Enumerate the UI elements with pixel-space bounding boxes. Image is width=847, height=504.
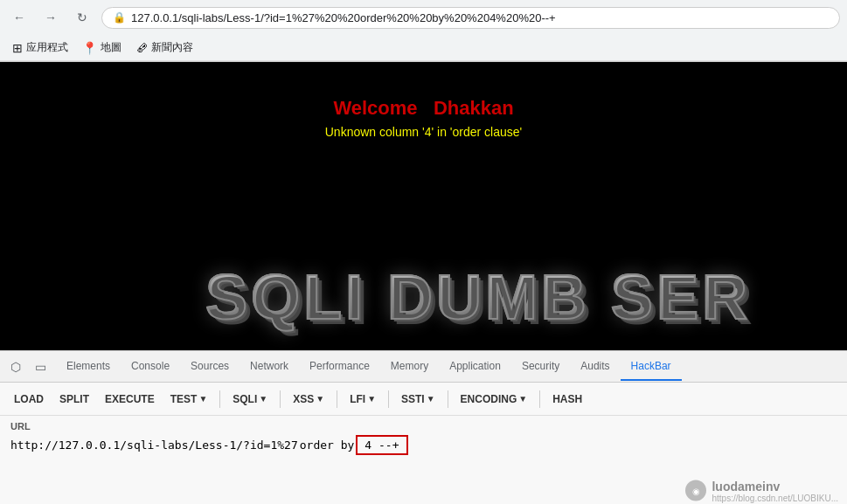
xss-dropdown-icon: ▼	[316, 394, 324, 404]
tab-hackbar[interactable]: HackBar	[621, 353, 682, 381]
apps-icon: ⊞	[12, 41, 23, 55]
encoding-dropdown-icon: ▼	[518, 394, 527, 404]
url-normal-text: http://127.0.0.1/sqli-labs/Less-1/?id=1%…	[10, 438, 298, 452]
hackbar-toolbar: LOAD SPLIT EXECUTE TEST ▼ SQLI ▼ XSS ▼ L…	[0, 383, 847, 416]
news-icon: 🗞	[135, 41, 148, 55]
sqli-dropdown-icon: ▼	[259, 394, 267, 404]
xss-button[interactable]: XSS ▼	[286, 390, 331, 409]
test-button[interactable]: TEST ▼	[163, 390, 215, 409]
back-button[interactable]: ←	[7, 5, 31, 30]
tab-memory[interactable]: Memory	[380, 353, 439, 381]
error-text: Unknown column '4' in 'order clause'	[325, 125, 522, 139]
inspect-icon[interactable]: ⬡	[3, 355, 28, 379]
separator-4	[388, 390, 389, 408]
ssti-button[interactable]: SSTI ▼	[394, 390, 442, 409]
encoding-button[interactable]: ENCODING ▼	[454, 390, 535, 409]
bookmark-maps[interactable]: 📍 地圖	[77, 38, 127, 57]
devtools-panel: ⬡ ▭ Elements Console Sources Network Per…	[0, 350, 847, 504]
sqli-logo: SQLI DUMB SER	[205, 261, 751, 333]
forward-button[interactable]: →	[38, 5, 63, 30]
tab-performance[interactable]: Performance	[299, 353, 380, 381]
devtools-icons: ⬡ ▭	[3, 355, 52, 379]
bookmark-news[interactable]: 🗞 新聞內容	[130, 38, 198, 57]
browser-chrome: ← → ↻ 🔒 127.0.0.1/sqli-labs/Less-1/?id=1…	[0, 0, 847, 62]
lfi-button[interactable]: LFI ▼	[343, 390, 383, 409]
watermark-name: luodameinv	[712, 479, 838, 493]
load-button[interactable]: LOAD	[7, 390, 51, 409]
address-bar[interactable]: 🔒 127.0.0.1/sqli-labs/Less-1/?id=1%27%20…	[101, 7, 840, 29]
maps-icon: 📍	[82, 41, 97, 55]
welcome-prefix: Welcome	[333, 97, 417, 119]
watermark-url: https://blog.csdn.net/LUOBIKU...	[712, 493, 838, 502]
hackbar-url-area: URL http://127.0.0.1/sqli-labs/Less-1/?i…	[0, 416, 847, 504]
welcome-name: Dhakkan	[434, 97, 514, 119]
separator-5	[448, 390, 448, 408]
devtools-tabs: ⬡ ▭ Elements Console Sources Network Per…	[0, 351, 847, 383]
nav-bar: ← → ↻ 🔒 127.0.0.1/sqli-labs/Less-1/?id=1…	[0, 0, 847, 35]
device-icon[interactable]: ▭	[28, 355, 52, 379]
maps-label: 地圖	[101, 40, 121, 55]
apps-label: 应用程式	[26, 40, 68, 55]
url-display: http://127.0.0.1/sqli-labs/Less-1/?id=1%…	[10, 435, 837, 455]
separator-3	[337, 390, 337, 408]
test-dropdown-icon: ▼	[198, 394, 207, 404]
lfi-dropdown-icon: ▼	[367, 394, 376, 404]
news-label: 新聞內容	[151, 40, 193, 55]
reload-button[interactable]: ↻	[70, 5, 94, 30]
separator-1	[219, 390, 220, 408]
bookmark-apps[interactable]: ⊞ 应用程式	[7, 38, 73, 57]
tab-security[interactable]: Security	[511, 353, 570, 381]
bookmarks-bar: ⊞ 应用程式 📍 地圖 🗞 新聞內容	[0, 35, 847, 61]
tab-elements[interactable]: Elements	[56, 353, 121, 381]
watermark-logo: ◉	[685, 480, 706, 501]
tab-console[interactable]: Console	[121, 353, 180, 381]
tab-sources[interactable]: Sources	[180, 353, 240, 381]
url-highlighted-text: 4 --+	[356, 435, 407, 455]
tab-network[interactable]: Network	[240, 353, 299, 381]
tab-audits[interactable]: Audits	[570, 353, 620, 381]
watermark-info: luodameinv https://blog.csdn.net/LUOBIKU…	[712, 479, 838, 502]
url-text: 127.0.0.1/sqli-labs/Less-1/?id=1%27%20%2…	[131, 11, 556, 24]
split-button[interactable]: SPLIT	[52, 390, 96, 409]
watermark: ◉ luodameinv https://blog.csdn.net/LUOBI…	[685, 479, 838, 502]
welcome-text: Welcome Dhakkan	[333, 97, 513, 120]
separator-2	[280, 390, 281, 408]
tab-application[interactable]: Application	[439, 353, 511, 381]
sqli-button[interactable]: SQLI ▼	[226, 390, 274, 409]
url-label: URL	[10, 421, 837, 432]
ssti-dropdown-icon: ▼	[427, 394, 435, 404]
hash-button[interactable]: HASH	[545, 390, 589, 409]
execute-button[interactable]: EXECUTE	[98, 390, 162, 409]
page-content: Welcome Dhakkan Unknown column '4' in 'o…	[0, 62, 847, 350]
lock-icon: 🔒	[113, 11, 126, 24]
url-middle-text: order by	[300, 438, 355, 452]
separator-6	[539, 390, 540, 408]
